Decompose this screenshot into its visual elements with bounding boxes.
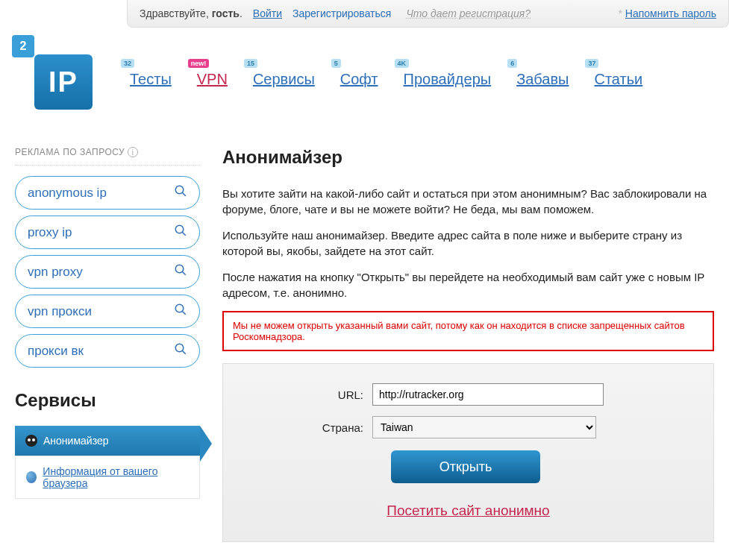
intro-p3: После нажатия на кнопку "Открыть" вы пер… <box>222 269 714 301</box>
ad-pill-vpn-proxy[interactable]: vpn proxy <box>15 255 200 289</box>
search-icon <box>174 184 187 201</box>
remember-password-link[interactable]: Напомнить пароль <box>625 7 716 19</box>
star-icon: * <box>618 7 622 19</box>
ad-heading: РЕКЛАМА ПО ЗАПРОСУ i <box>15 147 200 157</box>
intro-p1: Вы хотите зайти на какой-либо сайт и ост… <box>222 186 714 217</box>
nav-vpn[interactable]: new!VPN <box>197 71 228 88</box>
nav-articles[interactable]: 37Статьи <box>594 71 642 88</box>
sidebar-item-label: Анонимайзер <box>43 435 108 447</box>
country-label: Страна: <box>238 421 372 434</box>
ad-pill-vpn-proksi[interactable]: vpn прокси <box>15 295 200 328</box>
svg-point-0 <box>175 186 184 194</box>
sidebar-item-anonymizer[interactable]: Анонимайзер <box>15 426 200 456</box>
search-icon <box>174 224 187 241</box>
ad-pill-proksi-vk[interactable]: прокси вк <box>15 334 200 368</box>
register-link[interactable]: Зарегистрироваться <box>292 7 391 19</box>
url-label: URL: <box>238 388 372 401</box>
logo-small: 2 <box>12 35 34 57</box>
nav-tests[interactable]: 32Тесты <box>130 71 172 88</box>
svg-line-7 <box>182 311 186 315</box>
search-icon <box>174 263 187 280</box>
search-icon <box>174 342 187 359</box>
main-nav: 32Тесты new!VPN 15Сервисы 5Софт 4KПровай… <box>112 28 729 88</box>
svg-point-6 <box>175 304 184 312</box>
intro-p2: Используйте наш анонимайзер. Введите адр… <box>222 227 714 259</box>
url-input[interactable] <box>372 383 604 406</box>
nav-providers[interactable]: 4KПровайдеры <box>404 71 492 88</box>
greeting-text: Здравствуйте, гость. <box>140 7 243 19</box>
sidebar-item-label: Информация от вашего браузера <box>43 465 189 489</box>
country-select[interactable]: Taiwan <box>372 416 596 438</box>
nav-soft[interactable]: 5Софт <box>340 71 378 88</box>
nav-fun[interactable]: 6Забавы <box>516 71 569 88</box>
sidebar-item-browser-info[interactable]: Информация от вашего браузера <box>15 456 200 499</box>
logo-big: IP <box>34 54 93 110</box>
svg-line-3 <box>182 232 186 236</box>
svg-line-1 <box>182 192 186 196</box>
svg-point-8 <box>175 344 184 352</box>
svg-point-4 <box>175 265 184 273</box>
svg-line-9 <box>182 350 186 354</box>
sidebar-services-title: Сервисы <box>15 390 200 411</box>
mask-icon <box>25 435 37 447</box>
info-icon[interactable]: i <box>128 147 138 157</box>
anonymizer-form: URL: Страна: Taiwan Открыть Посетить сай… <box>222 363 714 542</box>
svg-line-5 <box>182 271 186 275</box>
top-bar: Здравствуйте, гость. Войти Зарегистриров… <box>127 0 729 28</box>
nav-services[interactable]: 15Сервисы <box>253 71 315 88</box>
page-title: Анонимайзер <box>222 147 714 168</box>
svg-point-2 <box>175 225 184 233</box>
ad-pill-anonymous-ip[interactable]: anonymous ip <box>15 176 200 210</box>
visit-anonymously-link[interactable]: Посетить сайт анонимно <box>238 503 698 519</box>
logo[interactable]: 2 IP <box>0 28 112 110</box>
what-registration-link[interactable]: Что дает регистрация? <box>406 7 531 19</box>
globe-icon <box>26 471 37 483</box>
open-button[interactable]: Открыть <box>391 450 540 483</box>
login-link[interactable]: Войти <box>253 7 282 19</box>
search-icon <box>174 303 187 320</box>
error-message: Мы не можем открыть указанный вами сайт,… <box>222 311 714 351</box>
ad-pill-proxy-ip[interactable]: proxy ip <box>15 215 200 249</box>
